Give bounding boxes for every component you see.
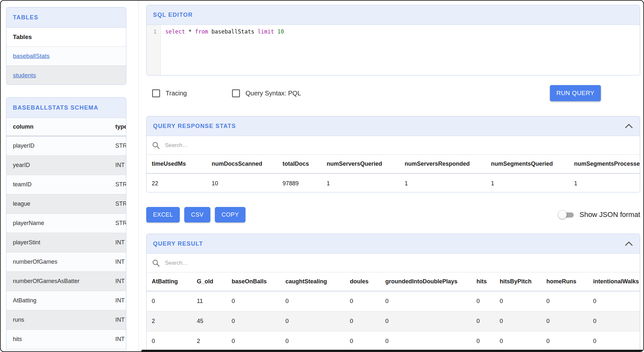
line-number-gutter: 1 — [147, 25, 161, 75]
table-cell: 0 — [226, 291, 280, 311]
copy-button[interactable]: COPY — [215, 207, 245, 222]
schema-table: columntype playerIDSTRINGyearIDINTteamID… — [6, 118, 126, 349]
tables-panel: TABLES Tables baseballStatsstudents — [6, 7, 126, 85]
table-cell: 0 — [147, 291, 192, 311]
schema-row: teamIDSTRING — [6, 175, 126, 194]
column-header-intentionalWalks: intentionalWalks — [588, 272, 640, 291]
csv-button[interactable]: CSV — [184, 207, 210, 222]
table-cell: 0 — [226, 331, 280, 351]
column-header-numSegmentsProcessed: numSegmentsProcessed — [569, 155, 640, 173]
table-cell: 0 — [588, 291, 640, 311]
table-cell: playerStint — [6, 233, 109, 252]
result-collapse-button[interactable] — [624, 240, 634, 247]
stats-search-row — [147, 136, 640, 155]
code-token: baseballStats — [208, 28, 258, 35]
table-cell: INT — [109, 233, 126, 252]
table-cell: 0 — [495, 311, 541, 331]
table-cell: STRING — [109, 194, 126, 214]
stats-search-input[interactable] — [164, 142, 635, 149]
code-token — [274, 28, 277, 35]
table-cell: 0 — [380, 311, 471, 331]
search-icon — [152, 141, 160, 150]
table-link-baseballStats[interactable]: baseballStats — [6, 47, 126, 66]
sql-code-editor[interactable]: 1 select * from baseballStats limit 10 — [147, 25, 640, 75]
table-cell: 0 — [495, 291, 541, 311]
table-cell: runs — [6, 310, 109, 330]
schema-panel: BASEBALLSTATS SCHEMA columntype playerID… — [6, 97, 126, 351]
code-token: select — [165, 28, 185, 35]
code-token: from — [195, 28, 208, 35]
horizontal-scrollbar[interactable] — [141, 350, 643, 352]
table-cell: 0 — [588, 311, 640, 331]
table-cell: 0 — [495, 331, 541, 351]
column-header-caughtStealing: caughtStealing — [280, 272, 345, 291]
result-search-input[interactable] — [164, 259, 635, 267]
column-header-AtBatting: AtBatting — [147, 272, 192, 291]
table-cell: 1 — [399, 173, 486, 192]
table-cell: 0 — [541, 291, 588, 311]
column-header-type: type — [109, 118, 126, 136]
run-query-button[interactable]: RUN QUERY — [550, 85, 601, 101]
schema-row: AtBattingINT — [6, 291, 126, 310]
schema-row: runsINT — [6, 310, 126, 330]
excel-button[interactable]: EXCEL — [146, 207, 180, 222]
list-item-label: students — [13, 72, 36, 79]
schema-row: playerIDSTRING — [6, 136, 126, 156]
table-cell: 0 — [471, 331, 495, 351]
sidebar-divider — [139, 1, 139, 352]
tracing-label: Tracing — [166, 90, 187, 97]
tables-list-header-label: Tables — [13, 34, 32, 41]
table-cell: INT — [109, 272, 126, 291]
table-cell: 0 — [541, 331, 588, 351]
result-table-header-row: AtBattingG_oldbaseOnBallscaughtStealingd… — [147, 272, 640, 291]
table-cell: 1 — [322, 173, 399, 192]
sql-code-line[interactable]: select * from baseballStats limit 10 — [161, 25, 640, 75]
query-result-panel: QUERY RESULT AtBattingG_oldbaseOnBallsca… — [146, 234, 640, 352]
chevron-up-icon — [625, 241, 633, 246]
schema-row: numberOfGamesAsBatterINT — [6, 272, 126, 291]
table-cell: numberOfGamesAsBatter — [6, 272, 109, 291]
table-cell: numberOfGames — [6, 252, 109, 272]
query-controls-row: Tracing Query Syntax: PQL RUN QUERY — [146, 85, 640, 101]
table-cell: 0 — [280, 331, 345, 351]
table-cell: 0 — [280, 291, 345, 311]
stats-row: 2210978891111 — [147, 173, 640, 192]
pql-syntax-checkbox[interactable] — [232, 89, 240, 97]
table-cell: 1 — [486, 173, 569, 192]
result-row: 01100000000 — [147, 291, 640, 311]
code-token: 10 — [277, 28, 284, 35]
stats-panel-header: QUERY RESPONSE STATS — [147, 116, 640, 136]
tables-panel-header: TABLES — [6, 7, 126, 28]
table-cell: INT — [109, 156, 126, 175]
column-header-numServersQueried: numServersQueried — [322, 155, 399, 173]
table-cell: INT — [109, 252, 126, 272]
column-header-baseOnBalls: baseOnBalls — [226, 272, 280, 291]
pql-syntax-label: Query Syntax: PQL — [245, 90, 301, 97]
table-cell: 0 — [280, 311, 345, 331]
query-response-stats-panel: QUERY RESPONSE STATS timeUsedMsnumDocsSc… — [146, 116, 640, 192]
json-format-toggle[interactable] — [558, 210, 574, 219]
table-cell: playerID — [6, 136, 109, 156]
table-cell: playerName — [6, 214, 109, 233]
table-cell: 0 — [541, 311, 588, 331]
table-cell: 0 — [147, 331, 192, 351]
export-row: EXCEL CSV COPY Show JSON format — [146, 207, 640, 222]
column-header-groundedIntoDoublePlays: groundedIntoDoublePlays — [380, 272, 471, 291]
table-cell: 0 — [345, 291, 380, 311]
table-cell: 0 — [471, 291, 495, 311]
table-cell: STRING — [109, 175, 126, 194]
sql-editor-title: SQL EDITOR — [153, 12, 193, 18]
table-link-students[interactable]: students — [6, 66, 126, 85]
table-cell: INT — [109, 330, 126, 349]
schema-row: numberOfGamesINT — [6, 252, 126, 272]
line-number: 1 — [153, 29, 157, 35]
table-cell: yearID — [6, 156, 109, 175]
schema-panel-title: BASEBALLSTATS SCHEMA — [13, 104, 98, 111]
table-cell: 0 — [380, 291, 471, 311]
column-header-hitsByPitch: hitsByPitch — [495, 272, 541, 291]
chevron-up-icon — [625, 124, 633, 128]
stats-collapse-button[interactable] — [624, 122, 634, 130]
tracing-checkbox[interactable] — [152, 89, 160, 97]
table-cell: 45 — [192, 311, 226, 331]
schema-table-header-row: columntype — [6, 118, 126, 136]
